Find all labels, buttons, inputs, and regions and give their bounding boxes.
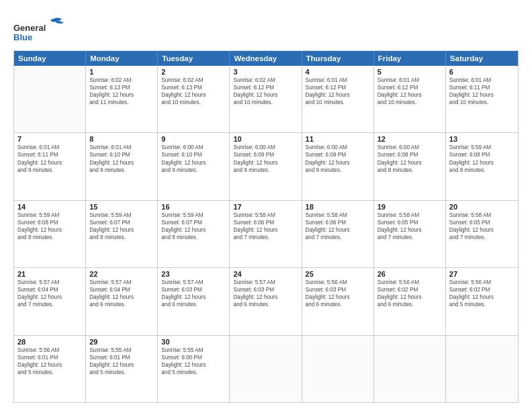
cell-info: Sunrise: 6:00 AM <box>161 144 226 151</box>
cell-info: Sunset: 6:07 PM <box>89 219 154 226</box>
calendar-cell <box>230 336 302 402</box>
cell-info: Sunset: 6:02 PM <box>378 286 442 293</box>
calendar-cell <box>14 66 86 132</box>
cell-info: Daylight: 12 hours <box>449 293 515 301</box>
cell-info: Daylight: 12 hours <box>161 293 226 301</box>
cell-info: Sunrise: 6:01 AM <box>17 144 82 151</box>
cell-info: Sunset: 6:13 PM <box>89 84 154 91</box>
calendar-cell: 4Sunrise: 6:01 AMSunset: 6:12 PMDaylight… <box>302 66 374 132</box>
cell-info: Sunset: 6:10 PM <box>161 151 226 158</box>
cell-info: and 8 minutes. <box>89 234 154 241</box>
cell-info: and 8 minutes. <box>17 234 82 241</box>
cell-info: Sunset: 6:05 PM <box>449 219 515 226</box>
cell-info: Sunrise: 5:59 AM <box>89 212 154 219</box>
day-number: 11 <box>306 135 370 143</box>
cell-info: Sunset: 6:03 PM <box>233 286 298 293</box>
cell-info: and 5 minutes. <box>89 369 154 376</box>
cell-info: Sunrise: 5:59 AM <box>161 212 226 219</box>
cell-info: Daylight: 12 hours <box>17 361 82 369</box>
cell-info: Daylight: 12 hours <box>306 91 370 99</box>
calendar-cell: 15Sunrise: 5:59 AMSunset: 6:07 PMDayligh… <box>86 201 158 267</box>
calendar-row-2: 7Sunrise: 6:01 AMSunset: 6:11 PMDaylight… <box>14 133 518 200</box>
cell-info: Sunset: 6:02 PM <box>449 286 515 293</box>
cell-info: Daylight: 12 hours <box>233 226 298 234</box>
cell-info: and 9 minutes. <box>89 167 154 174</box>
day-number: 15 <box>89 203 154 211</box>
cell-info: Sunrise: 6:01 AM <box>449 77 515 84</box>
cell-info: and 10 minutes. <box>161 99 226 106</box>
calendar-cell: 5Sunrise: 6:01 AMSunset: 6:12 PMDaylight… <box>374 66 446 132</box>
day-number: 6 <box>449 68 515 76</box>
cell-info: Daylight: 12 hours <box>306 293 370 301</box>
header-cell-wednesday: Wednesday <box>230 51 302 66</box>
cell-info: Daylight: 12 hours <box>17 293 82 301</box>
cell-info: Sunrise: 6:02 AM <box>161 77 226 84</box>
day-number: 25 <box>306 270 370 278</box>
cell-info: Sunrise: 6:01 AM <box>89 144 154 151</box>
cell-info: Daylight: 12 hours <box>161 159 226 167</box>
cell-info: Daylight: 12 hours <box>449 91 515 99</box>
cell-info: Sunset: 6:12 PM <box>378 84 442 91</box>
calendar-row-3: 14Sunrise: 5:59 AMSunset: 6:08 PMDayligh… <box>14 201 518 268</box>
day-number: 22 <box>89 270 154 278</box>
cell-info: and 6 minutes. <box>89 301 154 308</box>
day-number: 2 <box>161 68 226 76</box>
cell-info: Sunset: 6:08 PM <box>17 219 82 226</box>
calendar-cell: 20Sunrise: 5:58 AMSunset: 6:05 PMDayligh… <box>446 201 518 267</box>
day-number: 1 <box>89 68 154 76</box>
calendar-cell: 9Sunrise: 6:00 AMSunset: 6:10 PMDaylight… <box>158 133 230 199</box>
day-number: 24 <box>233 270 298 278</box>
calendar-cell <box>374 336 446 402</box>
day-number: 29 <box>89 338 154 346</box>
cell-info: Sunset: 6:09 PM <box>233 151 298 158</box>
cell-info: and 7 minutes. <box>17 301 82 308</box>
day-number: 3 <box>233 68 298 76</box>
cell-info: Daylight: 12 hours <box>449 159 515 167</box>
day-number: 17 <box>233 203 298 211</box>
cell-info: Sunrise: 5:56 AM <box>449 279 515 286</box>
calendar-cell <box>302 336 374 402</box>
day-number: 7 <box>17 135 82 143</box>
day-number: 13 <box>449 135 515 143</box>
cell-info: Sunrise: 5:59 AM <box>17 212 82 219</box>
day-number: 5 <box>378 68 442 76</box>
cell-info: and 7 minutes. <box>233 234 298 241</box>
cell-info: Sunrise: 5:58 AM <box>233 212 298 219</box>
cell-info: and 10 minutes. <box>233 99 298 106</box>
cell-info: Sunrise: 6:01 AM <box>378 77 442 84</box>
cell-info: Sunset: 6:10 PM <box>89 151 154 158</box>
cell-info: Sunrise: 6:00 AM <box>233 144 298 151</box>
calendar-row-1: 1Sunrise: 6:02 AMSunset: 6:13 PMDaylight… <box>14 66 518 133</box>
cell-info: Sunrise: 5:56 AM <box>378 279 442 286</box>
cell-info: Daylight: 12 hours <box>306 226 370 234</box>
day-number: 18 <box>306 203 370 211</box>
day-number: 14 <box>17 203 82 211</box>
cell-info: and 8 minutes. <box>378 167 442 174</box>
cell-info: and 10 minutes. <box>378 99 442 106</box>
day-number: 20 <box>449 203 515 211</box>
cell-info: Sunrise: 5:57 AM <box>17 279 82 286</box>
cell-info: Sunrise: 5:57 AM <box>161 279 226 286</box>
calendar-cell: 24Sunrise: 5:57 AMSunset: 6:03 PMDayligh… <box>230 268 302 334</box>
cell-info: Sunrise: 5:55 AM <box>161 347 226 354</box>
cell-info: and 5 minutes. <box>17 369 82 376</box>
cell-info: Sunset: 6:06 PM <box>306 219 370 226</box>
cell-info: Daylight: 12 hours <box>89 226 154 234</box>
calendar-cell: 17Sunrise: 5:58 AMSunset: 6:06 PMDayligh… <box>230 201 302 267</box>
calendar-cell <box>446 336 518 402</box>
cell-info: Sunset: 6:00 PM <box>161 354 226 361</box>
calendar-cell: 7Sunrise: 6:01 AMSunset: 6:11 PMDaylight… <box>14 133 86 199</box>
calendar-cell: 18Sunrise: 5:58 AMSunset: 6:06 PMDayligh… <box>302 201 374 267</box>
cell-info: and 10 minutes. <box>306 99 370 106</box>
cell-info: and 10 minutes. <box>449 99 515 106</box>
cell-info: Sunrise: 6:02 AM <box>89 77 154 84</box>
cell-info: Daylight: 12 hours <box>89 361 154 369</box>
cell-info: Daylight: 12 hours <box>378 91 442 99</box>
day-number: 9 <box>161 135 226 143</box>
calendar-cell: 27Sunrise: 5:56 AMSunset: 6:02 PMDayligh… <box>446 268 518 334</box>
cell-info: Sunrise: 6:00 AM <box>378 144 442 151</box>
cell-info: and 7 minutes. <box>449 234 515 241</box>
cell-info: Sunset: 6:06 PM <box>233 219 298 226</box>
calendar-cell: 21Sunrise: 5:57 AMSunset: 6:04 PMDayligh… <box>14 268 86 334</box>
cell-info: Sunset: 6:01 PM <box>17 354 82 361</box>
